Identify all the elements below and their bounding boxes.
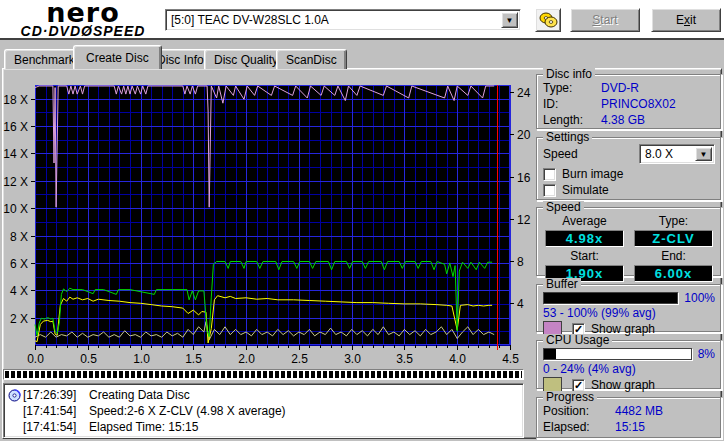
svg-text:4.0: 4.0 [449, 352, 466, 366]
elapsed-value: 15:15 [615, 420, 645, 434]
logo-sub-text: CD·DVDØSPEED [8, 25, 158, 38]
cpu-bar-fill [544, 349, 556, 359]
svg-text:4 X: 4 X [10, 284, 28, 298]
disc-info-title: Disc info [543, 68, 595, 80]
end-speed-display: 6.00x [634, 265, 713, 282]
svg-text:1.0: 1.0 [133, 352, 150, 366]
buffer-title: Buffer [543, 278, 581, 290]
end-speed-label: End: [634, 249, 713, 263]
speed-select[interactable]: 8.0 X ▼ [639, 144, 715, 164]
svg-text:4: 4 [517, 297, 524, 311]
speed-type-label: Type: [634, 214, 713, 228]
speed-chart: 0.00.51.01.52.02.53.03.54.04.52 X4 X6 X8… [0, 68, 534, 368]
progress-group: Progress Position:4482 MB Elapsed:15:15 [536, 397, 722, 439]
buffer-bar-fill [544, 293, 677, 303]
svg-text:24: 24 [517, 86, 531, 100]
start-button[interactable]: Start [570, 8, 640, 32]
svg-text:20: 20 [517, 128, 531, 142]
progress-title: Progress [543, 391, 597, 403]
exit-button[interactable]: Exit [651, 8, 721, 32]
svg-text:16 X: 16 X [3, 120, 28, 134]
start-speed-label: Start: [545, 249, 624, 263]
svg-text:6 X: 6 X [10, 257, 28, 271]
buffer-bar [543, 292, 678, 304]
disc-length-value: 4.38 GB [601, 113, 645, 127]
chevron-down-icon: ▼ [700, 150, 708, 159]
svg-text:3.5: 3.5 [396, 352, 413, 366]
position-row: Position:4482 MB [537, 403, 721, 419]
disc-info-group: Disc info Type:DVD-R ID:PRINCO8X02 Lengt… [536, 74, 722, 130]
svg-text:10 X: 10 X [3, 202, 28, 216]
log-row: [17:41:54] Speed:2-6 X Z-CLV (4.98 X ave… [6, 403, 521, 419]
svg-text:1.5: 1.5 [185, 352, 202, 366]
cpu-usage-title: CPU Usage [543, 334, 612, 346]
average-speed-label: Average [545, 214, 624, 228]
buffer-pct: 100% [684, 291, 715, 305]
svg-text:4.5: 4.5 [502, 352, 519, 366]
simulate-checkbox[interactable] [543, 184, 556, 197]
burn-image-checkbox[interactable] [543, 168, 556, 181]
log-row: [17:41:54] Elapsed Time: 15:15 [6, 419, 521, 435]
cpu-range: 0 - 24% (4% avg) [537, 361, 721, 376]
speed-group: Speed Average Type: 4.98x Z-CLV Start: E… [536, 207, 722, 277]
cpu-pct: 8% [698, 347, 715, 361]
disc-tray-button[interactable] [535, 8, 561, 32]
svg-text:2.0: 2.0 [238, 352, 255, 366]
cpu-usage-group: CPU Usage 8% 0 - 24% (4% avg) ✓ Show gra… [536, 340, 722, 390]
buffer-range: 53 - 100% (99% avg) [537, 305, 721, 320]
position-value: 4482 MB [615, 404, 663, 418]
nero-logo: nero CD·DVDØSPEED [8, 1, 158, 38]
svg-text:0.5: 0.5 [80, 352, 97, 366]
svg-text:14 X: 14 X [3, 147, 28, 161]
speed-type-display: Z-CLV [634, 230, 713, 247]
speed-setting-label: Speed [543, 147, 578, 161]
disc-type-row: Type:DVD-R [537, 80, 721, 96]
speed-select-value: 8.0 X [640, 145, 693, 163]
svg-text:3.0: 3.0 [344, 352, 361, 366]
speed-group-title: Speed [543, 201, 584, 213]
disc-length-row: Length:4.38 GB [537, 112, 721, 128]
disc-id-row: ID:PRINCO8X02 [537, 96, 721, 112]
svg-text:0.0: 0.0 [27, 352, 44, 366]
cpu-bar [543, 348, 692, 360]
svg-text:2.5: 2.5 [291, 352, 308, 366]
log-box[interactable]: [17:26:39] Creating Data Disc [17:41:54]… [3, 383, 524, 438]
cpu-show-graph-label: Show graph [591, 378, 655, 392]
elapsed-row: Elapsed:15:15 [537, 419, 721, 435]
svg-text:2 X: 2 X [10, 312, 28, 326]
disc-log-icon [8, 389, 21, 402]
drive-select-arrow[interactable]: ▼ [501, 12, 518, 28]
svg-text:12: 12 [517, 213, 531, 227]
write-progress-fill [5, 371, 522, 378]
discs-icon [538, 11, 558, 29]
top-bar: nero CD·DVDØSPEED [5:0] TEAC DV-W28SLC 1… [0, 0, 724, 40]
settings-group: Settings Speed 8.0 X ▼ Burn image Simula… [536, 137, 722, 201]
simulate-label: Simulate [562, 183, 609, 197]
svg-text:12 X: 12 X [3, 175, 28, 189]
speed-select-arrow[interactable]: ▼ [695, 147, 712, 161]
svg-text:8: 8 [517, 255, 524, 269]
drive-select-value: [5:0] TEAC DV-W28SLC 1.0A [166, 11, 499, 29]
write-progress-bar [3, 369, 524, 380]
chevron-down-icon: ▼ [506, 16, 514, 25]
logo-nero-text: nero [8, 1, 158, 25]
svg-text:8 X: 8 X [10, 230, 28, 244]
tab-create-disc[interactable]: Create Disc [73, 45, 162, 69]
average-speed-display: 4.98x [545, 230, 624, 247]
logo-disc-icon: Ø [81, 23, 93, 39]
disc-id-value: PRINCO8X02 [601, 97, 676, 111]
burn-image-label: Burn image [562, 167, 623, 181]
svg-text:18 X: 18 X [3, 93, 28, 107]
buffer-group: Buffer 100% 53 - 100% (99% avg) ✓ Show g… [536, 284, 722, 333]
disc-type-value: DVD-R [601, 81, 639, 95]
drive-select[interactable]: [5:0] TEAC DV-W28SLC 1.0A ▼ [165, 9, 521, 31]
log-row: [17:26:39] Creating Data Disc [6, 387, 521, 403]
settings-title: Settings [543, 131, 592, 143]
svg-text:16: 16 [517, 171, 531, 185]
tab-scandisc[interactable]: ScanDisc [276, 49, 347, 69]
